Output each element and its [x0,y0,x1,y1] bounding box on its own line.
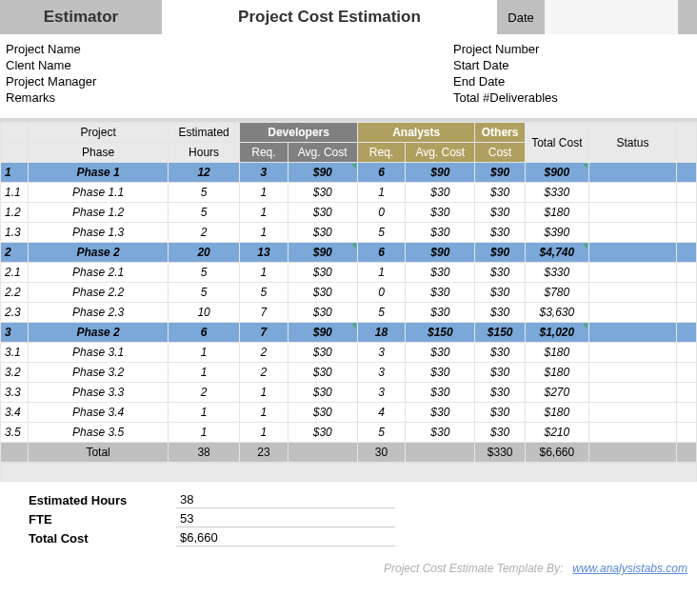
cell-total[interactable]: $270 [525,383,588,403]
cell-others[interactable]: $150 [475,323,525,343]
cell-phase[interactable]: Phase 1.1 [29,183,169,203]
cell-ana-req[interactable]: 6 [357,163,405,183]
table-row[interactable]: 3Phase 267$9018$150$150$1,020 [1,323,697,343]
cell-phase[interactable]: Phase 2 [29,323,169,343]
cell-idx[interactable]: 3.3 [1,383,29,403]
cell-hours[interactable]: 12 [168,163,239,183]
cell-others[interactable]: $30 [475,203,525,223]
cell-dev-avg[interactable]: $90 [288,243,357,263]
cell-status[interactable] [588,283,676,303]
cell-hours[interactable]: 10 [168,303,239,323]
cell-ana-req[interactable]: 1 [357,183,405,203]
table-row[interactable]: 2.2Phase 2.255$300$30$30$780 [1,283,697,303]
sum-total-value[interactable]: $6,660 [176,529,395,546]
cell-dev-req[interactable]: 1 [240,183,288,203]
cell-dev-avg[interactable]: $30 [288,363,357,383]
table-row[interactable]: 3.4Phase 3.411$304$30$30$180 [1,403,697,423]
cell-others[interactable]: $30 [475,363,525,383]
cell-dev-req[interactable]: 13 [240,243,288,263]
cell-dev-avg[interactable]: $30 [288,263,357,283]
cell-dev-req[interactable]: 2 [240,343,288,363]
cell-phase[interactable]: Phase 1 [29,163,169,183]
cell-others[interactable]: $30 [475,303,525,323]
cell-others[interactable]: $30 [475,263,525,283]
cell-idx[interactable]: 2.1 [1,263,29,283]
cell-total[interactable]: $180 [525,363,588,383]
cell-ana-avg[interactable]: $30 [406,383,475,403]
meta-start-date-value[interactable] [577,58,691,72]
cell-dev-avg[interactable]: $30 [288,183,357,203]
cell-idx[interactable]: 3.5 [1,423,29,443]
sum-hours-value[interactable]: 38 [176,491,395,508]
cell-dev-req[interactable]: 1 [240,403,288,423]
meta-project-name-value[interactable] [177,42,453,56]
table-row[interactable]: 3.2Phase 3.212$303$30$30$180 [1,363,697,383]
cell-status[interactable] [588,303,676,323]
cell-others[interactable]: $90 [475,243,525,263]
cell-total[interactable]: $390 [525,223,588,243]
meta-remarks-value[interactable] [177,90,453,105]
cell-dev-req[interactable]: 5 [240,283,288,303]
cell-status[interactable] [588,263,676,283]
cell-total[interactable]: $210 [525,423,588,443]
table-row[interactable]: 2.1Phase 2.151$301$30$30$330 [1,263,697,283]
cell-status[interactable] [588,343,676,363]
meta-client-name-value[interactable] [177,58,453,72]
cell-idx[interactable]: 2.2 [1,283,29,303]
cell-dev-req[interactable]: 1 [240,223,288,243]
cell-hours[interactable]: 5 [168,203,239,223]
cell-ana-avg[interactable]: $30 [406,343,475,363]
cell-dev-req[interactable]: 7 [240,323,288,343]
cell-idx[interactable]: 3.1 [1,343,29,363]
cell-total[interactable]: $3,630 [525,303,588,323]
cell-ana-req[interactable]: 5 [357,423,405,443]
cell-ana-req[interactable]: 0 [357,283,405,303]
table-row[interactable]: 2.3Phase 2.3107$305$30$30$3,630 [1,303,697,323]
table-row[interactable]: 2Phase 22013$906$90$90$4,740 [1,243,697,263]
cell-ana-req[interactable]: 18 [357,323,405,343]
table-row[interactable]: 3.5Phase 3.511$305$30$30$210 [1,423,697,443]
cell-phase[interactable]: Phase 2 [29,243,169,263]
cell-hours[interactable]: 1 [168,343,239,363]
cell-status[interactable] [588,323,676,343]
cell-status[interactable] [588,203,676,223]
cell-phase[interactable]: Phase 3.5 [29,423,169,443]
cell-hours[interactable]: 5 [168,183,239,203]
cell-phase[interactable]: Phase 1.2 [29,203,169,223]
cell-hours[interactable]: 1 [168,403,239,423]
cell-idx[interactable]: 2 [1,243,29,263]
cell-dev-req[interactable]: 1 [240,203,288,223]
table-row[interactable]: 1Phase 1123$906$90$90$900 [1,163,697,183]
meta-project-number-value[interactable] [577,42,691,56]
cell-others[interactable]: $30 [475,383,525,403]
cell-hours[interactable]: 1 [168,423,239,443]
cell-dev-avg[interactable]: $30 [288,423,357,443]
cell-others[interactable]: $30 [475,343,525,363]
cell-total[interactable]: $180 [525,343,588,363]
meta-deliverables-value[interactable] [577,90,691,105]
cell-status[interactable] [588,383,676,403]
cell-ana-avg[interactable]: $30 [406,423,475,443]
cell-dev-avg[interactable]: $30 [288,223,357,243]
cell-ana-req[interactable]: 5 [357,223,405,243]
cell-ana-avg[interactable]: $30 [406,183,475,203]
cell-ana-avg[interactable]: $30 [406,283,475,303]
cell-dev-req[interactable]: 1 [240,383,288,403]
meta-end-date-value[interactable] [577,74,691,89]
cell-hours[interactable]: 2 [168,223,239,243]
cell-status[interactable] [588,403,676,423]
cell-idx[interactable]: 3.2 [1,363,29,383]
cell-others[interactable]: $30 [475,423,525,443]
cell-idx[interactable]: 2.3 [1,303,29,323]
table-row[interactable]: 1.1Phase 1.151$301$30$30$330 [1,183,697,203]
cell-dev-req[interactable]: 2 [240,363,288,383]
cell-hours[interactable]: 5 [168,283,239,303]
cell-ana-avg[interactable]: $90 [406,243,475,263]
cell-hours[interactable]: 5 [168,263,239,283]
cell-dev-avg[interactable]: $30 [288,343,357,363]
cell-total[interactable]: $180 [525,203,588,223]
cell-dev-avg[interactable]: $90 [288,323,357,343]
cell-ana-avg[interactable]: $30 [406,223,475,243]
cell-total[interactable]: $180 [525,403,588,423]
cell-phase[interactable]: Phase 3.2 [29,363,169,383]
